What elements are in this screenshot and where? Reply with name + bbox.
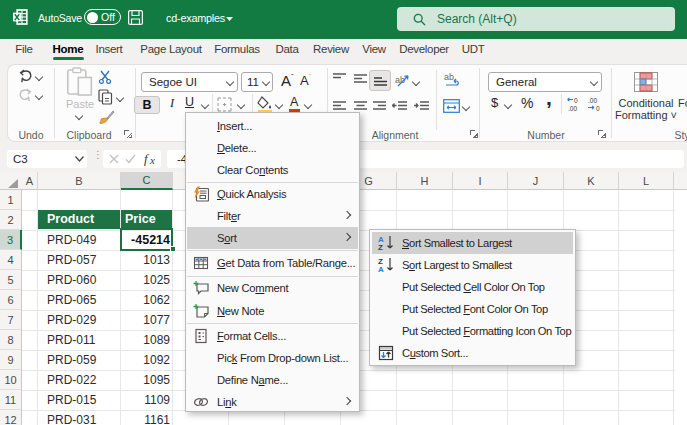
svg-text:0: 0 [596, 105, 600, 112]
svg-text:.00: .00 [568, 105, 577, 112]
svg-text:ab: ab [444, 72, 454, 82]
svg-text:.00: .00 [588, 97, 597, 104]
svg-text:A: A [378, 265, 384, 273]
svg-text:Z: Z [378, 243, 383, 251]
svg-text:0: 0 [574, 97, 578, 104]
